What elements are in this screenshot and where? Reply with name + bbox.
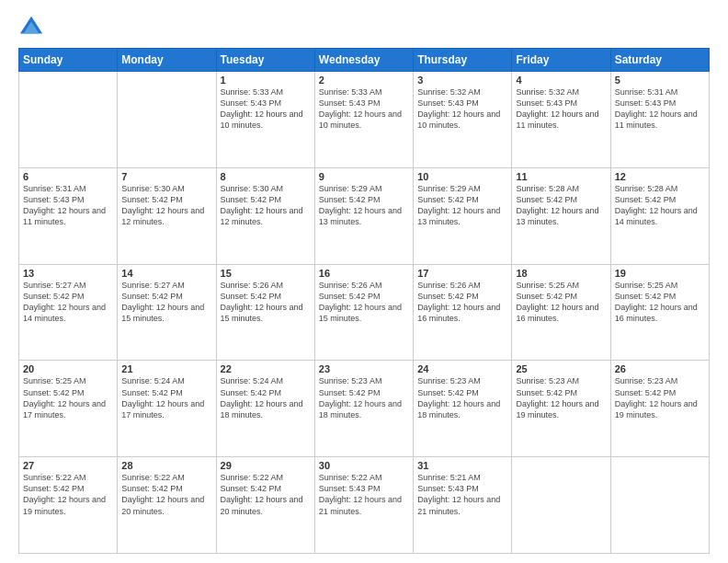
day-number: 25 [516, 363, 606, 374]
day-number: 27 [23, 460, 113, 471]
calendar-cell [610, 457, 709, 554]
day-info: Sunrise: 5:24 AM Sunset: 5:42 PM Dayligh… [221, 375, 311, 420]
day-info: Sunrise: 5:23 AM Sunset: 5:42 PM Dayligh… [319, 375, 409, 420]
day-number: 4 [516, 75, 606, 86]
day-info: Sunrise: 5:29 AM Sunset: 5:42 PM Dayligh… [319, 183, 409, 228]
day-info: Sunrise: 5:28 AM Sunset: 5:42 PM Dayligh… [516, 183, 606, 228]
day-info: Sunrise: 5:28 AM Sunset: 5:42 PM Dayligh… [615, 183, 705, 228]
day-number: 5 [615, 75, 705, 86]
calendar-day-header: Saturday [610, 49, 709, 72]
day-number: 30 [319, 460, 409, 471]
day-number: 3 [417, 75, 507, 86]
day-number: 15 [221, 268, 311, 279]
day-number: 13 [23, 268, 113, 279]
day-info: Sunrise: 5:27 AM Sunset: 5:42 PM Dayligh… [121, 280, 211, 325]
day-info: Sunrise: 5:29 AM Sunset: 5:42 PM Dayligh… [417, 183, 507, 228]
day-info: Sunrise: 5:25 AM Sunset: 5:42 PM Dayligh… [516, 280, 606, 325]
calendar-week-row: 20Sunrise: 5:25 AM Sunset: 5:42 PM Dayli… [19, 361, 710, 457]
day-info: Sunrise: 5:31 AM Sunset: 5:43 PM Dayligh… [615, 86, 705, 132]
calendar-cell: 9Sunrise: 5:29 AM Sunset: 5:42 PM Daylig… [314, 167, 413, 264]
calendar-cell: 31Sunrise: 5:21 AM Sunset: 5:43 PM Dayli… [414, 457, 512, 554]
calendar-cell: 6Sunrise: 5:31 AM Sunset: 5:43 PM Daylig… [19, 167, 118, 264]
day-info: Sunrise: 5:32 AM Sunset: 5:43 PM Dayligh… [417, 86, 507, 132]
day-info: Sunrise: 5:26 AM Sunset: 5:42 PM Dayligh… [221, 280, 311, 325]
logo [18, 15, 48, 40]
calendar-day-header: Thursday [414, 49, 512, 72]
calendar-cell: 15Sunrise: 5:26 AM Sunset: 5:42 PM Dayli… [216, 264, 314, 361]
calendar-cell [118, 72, 216, 168]
calendar-cell: 16Sunrise: 5:26 AM Sunset: 5:42 PM Dayli… [314, 264, 413, 361]
calendar-week-row: 27Sunrise: 5:22 AM Sunset: 5:42 PM Dayli… [19, 457, 710, 554]
logo-icon [18, 15, 44, 40]
page: SundayMondayTuesdayWednesdayThursdayFrid… [0, 0, 728, 563]
day-info: Sunrise: 5:30 AM Sunset: 5:42 PM Dayligh… [121, 183, 211, 228]
day-number: 23 [319, 363, 409, 374]
day-number: 14 [121, 268, 211, 279]
calendar-cell: 1Sunrise: 5:33 AM Sunset: 5:43 PM Daylig… [216, 72, 314, 168]
calendar-cell: 12Sunrise: 5:28 AM Sunset: 5:42 PM Dayli… [610, 167, 709, 264]
day-info: Sunrise: 5:33 AM Sunset: 5:43 PM Dayligh… [319, 86, 409, 132]
day-number: 31 [417, 460, 507, 471]
calendar-cell: 20Sunrise: 5:25 AM Sunset: 5:42 PM Dayli… [19, 361, 118, 457]
day-info: Sunrise: 5:22 AM Sunset: 5:42 PM Dayligh… [121, 472, 211, 517]
day-info: Sunrise: 5:27 AM Sunset: 5:42 PM Dayligh… [23, 280, 113, 325]
day-number: 9 [319, 171, 409, 182]
day-info: Sunrise: 5:25 AM Sunset: 5:42 PM Dayligh… [615, 280, 705, 325]
day-info: Sunrise: 5:26 AM Sunset: 5:42 PM Dayligh… [417, 280, 507, 325]
day-info: Sunrise: 5:22 AM Sunset: 5:43 PM Dayligh… [319, 472, 409, 517]
day-info: Sunrise: 5:23 AM Sunset: 5:42 PM Dayligh… [516, 375, 606, 420]
header [18, 15, 710, 40]
day-number: 22 [221, 363, 311, 374]
calendar-cell: 17Sunrise: 5:26 AM Sunset: 5:42 PM Dayli… [414, 264, 512, 361]
calendar-week-row: 6Sunrise: 5:31 AM Sunset: 5:43 PM Daylig… [19, 167, 710, 264]
calendar-cell: 14Sunrise: 5:27 AM Sunset: 5:42 PM Dayli… [118, 264, 216, 361]
calendar-day-header: Tuesday [216, 49, 314, 72]
day-number: 26 [615, 363, 705, 374]
calendar-day-header: Monday [118, 49, 216, 72]
calendar-cell: 10Sunrise: 5:29 AM Sunset: 5:42 PM Dayli… [414, 167, 512, 264]
calendar-cell: 11Sunrise: 5:28 AM Sunset: 5:42 PM Dayli… [512, 167, 610, 264]
calendar-cell: 24Sunrise: 5:23 AM Sunset: 5:42 PM Dayli… [414, 361, 512, 457]
day-number: 17 [417, 268, 507, 279]
day-number: 8 [221, 171, 311, 182]
day-info: Sunrise: 5:33 AM Sunset: 5:43 PM Dayligh… [221, 86, 311, 132]
day-number: 11 [516, 171, 606, 182]
calendar-cell: 13Sunrise: 5:27 AM Sunset: 5:42 PM Dayli… [19, 264, 118, 361]
day-info: Sunrise: 5:23 AM Sunset: 5:42 PM Dayligh… [615, 375, 705, 420]
day-number: 24 [417, 363, 507, 374]
day-info: Sunrise: 5:24 AM Sunset: 5:42 PM Dayligh… [121, 375, 211, 420]
calendar-cell: 30Sunrise: 5:22 AM Sunset: 5:43 PM Dayli… [314, 457, 413, 554]
calendar-cell: 28Sunrise: 5:22 AM Sunset: 5:42 PM Dayli… [118, 457, 216, 554]
day-number: 18 [516, 268, 606, 279]
calendar-cell: 23Sunrise: 5:23 AM Sunset: 5:42 PM Dayli… [314, 361, 413, 457]
calendar-cell: 4Sunrise: 5:32 AM Sunset: 5:43 PM Daylig… [512, 72, 610, 168]
calendar-day-header: Wednesday [314, 49, 413, 72]
calendar-cell: 26Sunrise: 5:23 AM Sunset: 5:42 PM Dayli… [610, 361, 709, 457]
calendar-day-header: Sunday [19, 49, 118, 72]
calendar-cell: 22Sunrise: 5:24 AM Sunset: 5:42 PM Dayli… [216, 361, 314, 457]
day-info: Sunrise: 5:26 AM Sunset: 5:42 PM Dayligh… [319, 280, 409, 325]
day-info: Sunrise: 5:25 AM Sunset: 5:42 PM Dayligh… [23, 375, 113, 420]
calendar-cell: 2Sunrise: 5:33 AM Sunset: 5:43 PM Daylig… [314, 72, 413, 168]
day-number: 2 [319, 75, 409, 86]
day-number: 29 [221, 460, 311, 471]
calendar-cell: 25Sunrise: 5:23 AM Sunset: 5:42 PM Dayli… [512, 361, 610, 457]
calendar: SundayMondayTuesdayWednesdayThursdayFrid… [18, 48, 710, 554]
day-info: Sunrise: 5:31 AM Sunset: 5:43 PM Dayligh… [23, 183, 113, 228]
calendar-cell: 27Sunrise: 5:22 AM Sunset: 5:42 PM Dayli… [19, 457, 118, 554]
day-info: Sunrise: 5:23 AM Sunset: 5:42 PM Dayligh… [417, 375, 507, 420]
day-number: 7 [121, 171, 211, 182]
calendar-header-row: SundayMondayTuesdayWednesdayThursdayFrid… [19, 49, 710, 72]
day-number: 28 [121, 460, 211, 471]
day-info: Sunrise: 5:22 AM Sunset: 5:42 PM Dayligh… [23, 472, 113, 517]
calendar-day-header: Friday [512, 49, 610, 72]
day-info: Sunrise: 5:22 AM Sunset: 5:42 PM Dayligh… [221, 472, 311, 517]
day-number: 19 [615, 268, 705, 279]
day-number: 20 [23, 363, 113, 374]
calendar-cell: 5Sunrise: 5:31 AM Sunset: 5:43 PM Daylig… [610, 72, 709, 168]
day-info: Sunrise: 5:21 AM Sunset: 5:43 PM Dayligh… [417, 472, 507, 517]
day-number: 6 [23, 171, 113, 182]
calendar-cell: 18Sunrise: 5:25 AM Sunset: 5:42 PM Dayli… [512, 264, 610, 361]
day-number: 10 [417, 171, 507, 182]
calendar-week-row: 13Sunrise: 5:27 AM Sunset: 5:42 PM Dayli… [19, 264, 710, 361]
